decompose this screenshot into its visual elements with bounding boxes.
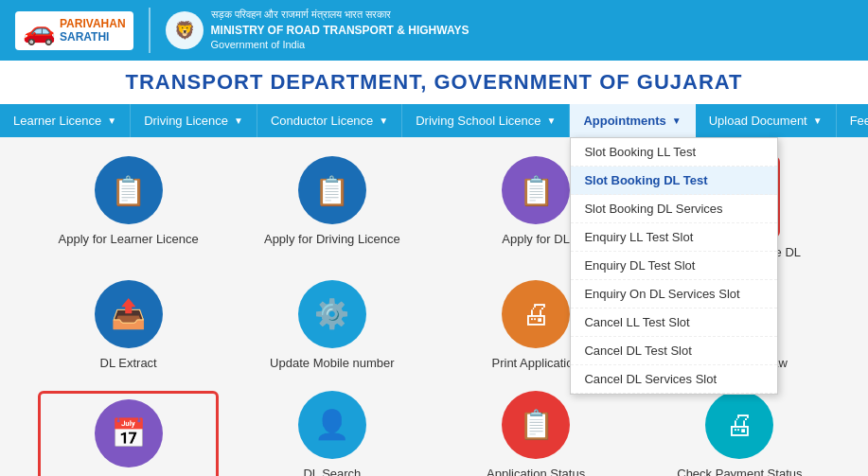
nav-learner-licence[interactable]: Learner Licence ▼ xyxy=(0,104,131,137)
dropdown-slot-dl-services[interactable]: Slot Booking DL Services xyxy=(571,195,777,223)
ministry-logo: 🦁 सड़क परिवहन और राजमार्ग मंत्रालय भारत … xyxy=(166,8,469,53)
nav-upload-document[interactable]: Upload Document ▼ xyxy=(696,104,837,137)
dl-search-icon: 👤 xyxy=(298,391,366,459)
nav-conductor-licence[interactable]: Conductor Licence ▼ xyxy=(257,104,402,137)
dl-search[interactable]: 👤 DL Search xyxy=(241,391,422,476)
check-payment-icon: 🖨 xyxy=(705,391,773,459)
header: 🚗 PARIVAHAN SARATHI 🦁 सड़क परिवहन और राज… xyxy=(0,0,868,61)
nav-appointments[interactable]: Appointments ▼ xyxy=(570,104,695,137)
dropdown-cancel-ll-test[interactable]: Cancel LL Test Slot xyxy=(571,309,777,337)
chevron-down-icon: ▼ xyxy=(107,115,116,126)
apply-driving-icon: 📋 xyxy=(298,156,366,224)
update-mobile-icon: ⚙️ xyxy=(298,280,366,348)
navbar: Learner Licence ▼ Driving Licence ▼ Cond… xyxy=(0,104,868,137)
apply-learner-icon: 📋 xyxy=(95,156,163,224)
apply-learner-label: Apply for Learner Licence xyxy=(59,232,199,248)
apply-learner-licence[interactable]: 📋 Apply for Learner Licence xyxy=(38,156,219,261)
apply-dl-label: Apply for DL xyxy=(502,232,570,248)
application-status-label: Application Status xyxy=(487,467,585,476)
dl-extract-icon: 📤 xyxy=(95,280,163,348)
grid-row-3: 📅 Appointments 👤 DL Search 📋 Application… xyxy=(38,391,830,476)
update-mobile[interactable]: ⚙️ Update Mobile number xyxy=(241,280,422,372)
apply-driving-licence[interactable]: 📋 Apply for Driving Licence xyxy=(241,156,422,261)
chevron-down-icon: ▼ xyxy=(379,115,388,126)
nav-appointments-container: Appointments ▼ Slot Booking LL Test Slot… xyxy=(570,104,695,137)
print-application-icon: 🖨 xyxy=(502,280,570,348)
appointments-dropdown: Slot Booking LL Test Slot Booking DL Tes… xyxy=(570,137,778,395)
nav-driving-school-licence[interactable]: Driving School Licence ▼ xyxy=(402,104,570,137)
apply-dl-icon: 📋 xyxy=(502,156,570,224)
header-divider xyxy=(149,8,151,53)
emblem-icon: 🦁 xyxy=(166,11,204,49)
sarathi-logo: 🚗 PARIVAHAN SARATHI xyxy=(15,11,133,50)
nav-driving-licence[interactable]: Driving Licence ▼ xyxy=(131,104,257,137)
update-mobile-label: Update Mobile number xyxy=(270,356,395,372)
chevron-down-icon: ▼ xyxy=(813,115,823,126)
dropdown-enquiry-dl-slot[interactable]: Enquiry DL Test Slot xyxy=(571,252,777,280)
dl-extract-label: DL Extract xyxy=(100,356,157,372)
apply-driving-label: Apply for Driving Licence xyxy=(264,232,400,248)
appointments-icon: 📅 xyxy=(95,399,163,467)
nav-fee-payments[interactable]: Fee Payments ▼ xyxy=(837,104,868,137)
dropdown-slot-ll-test[interactable]: Slot Booking LL Test xyxy=(571,138,777,167)
application-status[interactable]: 📋 Application Status xyxy=(446,391,627,476)
chevron-down-icon: ▼ xyxy=(546,115,556,126)
appointments[interactable]: 📅 Appointments xyxy=(38,391,219,476)
check-payment-label: Check Payment Status xyxy=(677,467,802,476)
dl-extract[interactable]: 📤 DL Extract xyxy=(38,280,219,372)
dropdown-enquiry-ll-slot[interactable]: Enquiry LL Test Slot xyxy=(571,223,777,252)
print-application-label: Print Application xyxy=(492,356,580,372)
dropdown-enquiry-dl-services[interactable]: Enquiry On DL Services Slot xyxy=(571,280,777,309)
dropdown-slot-dl-test[interactable]: Slot Booking DL Test xyxy=(571,167,777,195)
dropdown-cancel-dl-test[interactable]: Cancel DL Test Slot xyxy=(571,337,777,365)
page-title: TRANSPORT DEPARTMENT, GOVERNMENT OF GUJA… xyxy=(0,61,868,104)
dropdown-cancel-dl-services[interactable]: Cancel DL Services Slot xyxy=(571,365,777,394)
dl-search-label: DL Search xyxy=(303,467,361,476)
ministry-text: सड़क परिवहन और राजमार्ग मंत्रालय भारत सर… xyxy=(211,8,469,53)
chevron-down-icon: ▼ xyxy=(672,115,682,126)
check-payment-status[interactable]: 🖨 Check Payment Status xyxy=(649,391,830,476)
chevron-down-icon: ▼ xyxy=(234,115,243,126)
application-status-icon: 📋 xyxy=(502,391,570,459)
